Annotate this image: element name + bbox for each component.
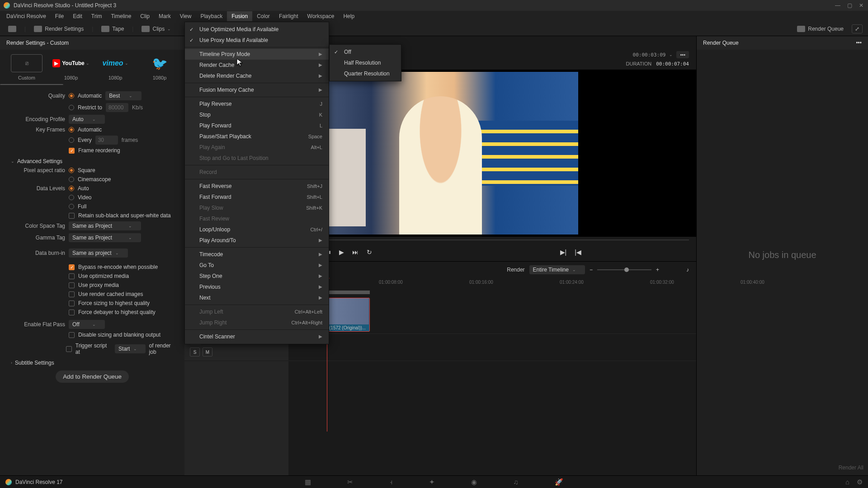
- fusion-page-icon[interactable]: ✦: [429, 478, 435, 486]
- zoom-slider[interactable]: [597, 269, 651, 270]
- expand-icon[interactable]: ⤢: [852, 24, 863, 33]
- subtitle-settings-header[interactable]: ›Subtitle Settings: [11, 360, 178, 366]
- menu-item-play-forward[interactable]: Play ForwardL: [185, 120, 329, 131]
- menu-item-fast-forward[interactable]: Fast ForwardShift+L: [185, 192, 329, 202]
- dl-retain-checkbox[interactable]: [69, 213, 75, 219]
- menu-item-loop-unloop[interactable]: Loop/UnloopCtrl+/: [185, 224, 329, 235]
- menu-color[interactable]: Color: [252, 11, 274, 21]
- menu-davinci-resolve[interactable]: DaVinci Resolve: [2, 11, 51, 21]
- menu-timeline[interactable]: Timeline: [106, 11, 136, 21]
- submenu-half-resolution[interactable]: Half Resolution: [330, 57, 401, 68]
- menu-item-timeline-proxy-mode[interactable]: Timeline Proxy Mode▶: [185, 49, 329, 60]
- menu-item-play-around-to[interactable]: Play Around/To▶: [185, 235, 329, 246]
- next-clip-icon[interactable]: ⏭: [352, 249, 359, 256]
- bypass-checkbox[interactable]: ✓: [69, 264, 75, 270]
- kf-input[interactable]: 30: [95, 136, 118, 145]
- dl-video-radio[interactable]: [69, 195, 74, 200]
- menu-item-go-to[interactable]: Go To▶: [185, 260, 329, 271]
- frame-reorder-checkbox[interactable]: ✓: [69, 148, 75, 154]
- menu-view[interactable]: View: [175, 11, 196, 21]
- media-page-icon[interactable]: ▦: [305, 478, 311, 486]
- render-queue-toolbar-button[interactable]: Render Queue: [794, 24, 846, 34]
- kf-auto-radio[interactable]: [69, 127, 74, 132]
- quick-export-icon[interactable]: [5, 24, 19, 34]
- menu-item-fast-reverse[interactable]: Fast ReverseShift+J: [185, 181, 329, 192]
- settings-icon[interactable]: ⚙: [857, 478, 863, 486]
- flat-pass-select[interactable]: Off⌄: [69, 320, 105, 329]
- menu-item-pause-start-playback[interactable]: Pause/Start PlaybackSpace: [185, 131, 329, 142]
- zoom-in-icon[interactable]: +: [656, 267, 659, 273]
- render-settings-button[interactable]: Render Settings: [31, 24, 86, 34]
- close-icon[interactable]: ✕: [858, 2, 864, 9]
- menu-item-delete-render-cache[interactable]: Delete Render Cache▶: [185, 70, 329, 81]
- color-page-icon[interactable]: ◉: [471, 478, 477, 486]
- restrict-input[interactable]: 80000: [106, 103, 128, 112]
- clips-button[interactable]: Clips⌄: [139, 24, 174, 34]
- menu-edit[interactable]: Edit: [68, 11, 87, 21]
- menu-mark[interactable]: Mark: [154, 11, 175, 21]
- force-size-checkbox[interactable]: [69, 300, 75, 306]
- trigger-select[interactable]: Start⌄: [115, 344, 146, 353]
- menu-workspace[interactable]: Workspace: [303, 11, 339, 21]
- color-space-select[interactable]: Same as Project⌄: [69, 221, 141, 230]
- edit-page-icon[interactable]: ⫞: [389, 478, 393, 486]
- advanced-settings-header[interactable]: ⌄Advanced Settings: [11, 158, 178, 164]
- menu-item-play-reverse[interactable]: Play ReverseJ: [185, 99, 329, 109]
- encoding-profile-select[interactable]: Auto⌄: [69, 115, 105, 124]
- play-icon[interactable]: ▶: [339, 249, 344, 256]
- par-square-radio[interactable]: [69, 168, 74, 173]
- preset-scrollbar[interactable]: [0, 84, 63, 85]
- menu-item-previous[interactable]: Previous▶: [185, 282, 329, 292]
- trigger-checkbox[interactable]: [66, 346, 72, 352]
- quality-restrict-radio[interactable]: [69, 105, 74, 110]
- deliver-page-icon[interactable]: 🚀: [555, 478, 563, 486]
- minimize-icon[interactable]: —: [835, 2, 841, 9]
- burn-in-select[interactable]: Same as project⌄: [69, 249, 128, 258]
- menu-item-step-one[interactable]: Step One▶: [185, 271, 329, 282]
- home-icon[interactable]: ⌂: [845, 478, 849, 486]
- submenu-off[interactable]: ✓Off: [330, 47, 401, 57]
- audio-icon[interactable]: ♪: [686, 267, 689, 273]
- menu-item-fusion-memory-cache[interactable]: Fusion Memory Cache▶: [185, 84, 329, 95]
- render-range-select[interactable]: Entire Timeline⌄: [529, 265, 585, 274]
- menu-item-render-cache[interactable]: Render Cache▶: [185, 60, 329, 70]
- submenu-quarter-resolution[interactable]: Quarter Resolution: [330, 68, 401, 79]
- preset-vimeo[interactable]: vimeo⌄ 1080p: [95, 54, 136, 80]
- menu-file[interactable]: File: [51, 11, 68, 21]
- preset-youtube[interactable]: ▶YouTube⌄ 1080p: [51, 54, 91, 80]
- mute-button[interactable]: M: [203, 347, 212, 357]
- tape-button[interactable]: Tape: [99, 24, 127, 34]
- track-lane-v1[interactable]: train_station_...(1572 (Original))...: [288, 296, 696, 334]
- menu-item-stop[interactable]: StopK: [185, 109, 329, 120]
- viewer-options-button[interactable]: •••: [676, 51, 689, 58]
- cut-page-icon[interactable]: ✂: [347, 478, 353, 486]
- go-last-icon[interactable]: ▶|: [560, 249, 567, 256]
- disable-sizing-checkbox[interactable]: [69, 332, 75, 338]
- kf-every-radio[interactable]: [69, 137, 74, 143]
- quality-auto-radio[interactable]: [69, 93, 74, 99]
- menu-item-use-optimized-media-if-available[interactable]: ✓Use Optimized Media if Available: [185, 24, 329, 35]
- render-all-button[interactable]: Render All: [839, 465, 863, 471]
- dl-full-radio[interactable]: [69, 204, 74, 209]
- preset-twitter[interactable]: 🐦 1080p: [139, 54, 180, 80]
- menu-playback[interactable]: Playback: [196, 11, 227, 21]
- zoom-out-icon[interactable]: −: [590, 267, 593, 273]
- menu-fairlight[interactable]: Fairlight: [274, 11, 303, 21]
- maximize-icon[interactable]: ▢: [846, 2, 853, 9]
- quality-select[interactable]: Best⌄: [105, 91, 142, 100]
- fairlight-page-icon[interactable]: ♫: [513, 478, 518, 486]
- menu-item-next[interactable]: Next▶: [185, 292, 329, 303]
- menu-help[interactable]: Help: [339, 11, 359, 21]
- gamma-tag-select[interactable]: Same as Project⌄: [69, 233, 141, 242]
- queue-options-icon[interactable]: •••: [856, 40, 862, 46]
- loop-icon[interactable]: ↻: [367, 249, 372, 256]
- track-lane-a1[interactable]: [288, 334, 696, 361]
- preset-custom[interactable]: ⎚ Custom: [6, 54, 47, 80]
- use-proxy-checkbox[interactable]: [69, 282, 75, 288]
- add-to-render-queue-button[interactable]: Add to Render Queue: [56, 371, 129, 383]
- dl-auto-radio[interactable]: [69, 186, 74, 191]
- menu-clip[interactable]: Clip: [136, 11, 154, 21]
- menu-item-cintel-scanner[interactable]: Cintel Scanner▶: [185, 331, 329, 342]
- go-first-icon[interactable]: |◀: [575, 249, 581, 256]
- menu-item-use-proxy-media-if-available[interactable]: ✓Use Proxy Media if Available: [185, 35, 329, 46]
